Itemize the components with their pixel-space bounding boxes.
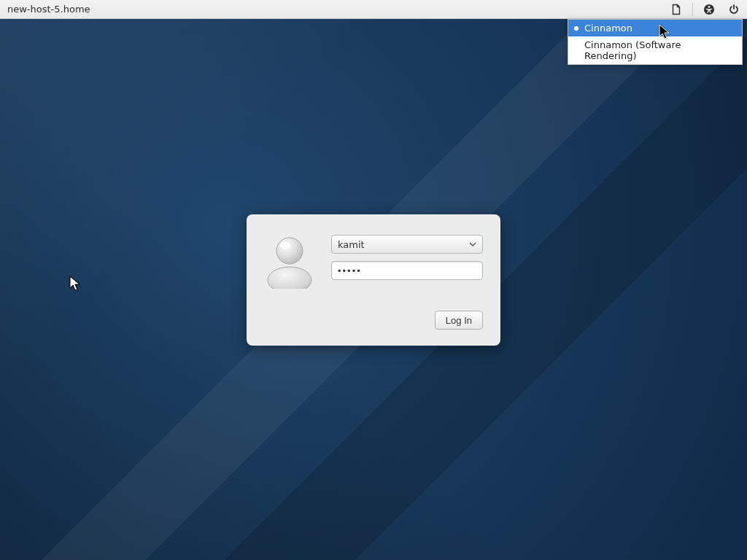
session-item-label: Cinnamon (Software Rendering) [584,39,681,61]
hostname-label: new-host-5.home [7,4,90,15]
session-item-cinnamon[interactable]: Cinnamon [568,20,742,36]
session-menu: Cinnamon Cinnamon (Software Rendering) [568,19,743,65]
session-selector-button[interactable] [667,1,685,18]
password-input[interactable] [331,261,483,280]
panel-right [667,1,743,18]
session-item-cinnamon-software[interactable]: Cinnamon (Software Rendering) [568,36,742,64]
person-icon [264,230,315,289]
session-item-label: Cinnamon [584,23,632,34]
user-avatar [264,230,315,289]
login-fields: kamit [331,230,483,280]
login-actions: Log In [264,311,483,330]
chevron-down-icon [469,241,476,248]
document-icon [670,4,682,15]
login-row: kamit [264,230,483,289]
login-panel: kamit Log In [247,214,500,346]
panel-separator [692,3,693,16]
power-icon [728,4,740,15]
accessibility-button[interactable] [700,1,718,18]
username-dropdown[interactable]: kamit [331,235,483,254]
top-panel: new-host-5.home [0,0,747,19]
svg-point-3 [276,238,303,264]
power-button[interactable] [725,1,743,18]
svg-point-1 [708,5,711,7]
cursor-icon [69,276,82,296]
accessibility-icon [703,4,715,15]
login-button[interactable]: Log In [435,311,483,330]
username-value: kamit [338,239,365,250]
svg-point-2 [268,267,311,289]
svg-point-4 [280,242,290,249]
